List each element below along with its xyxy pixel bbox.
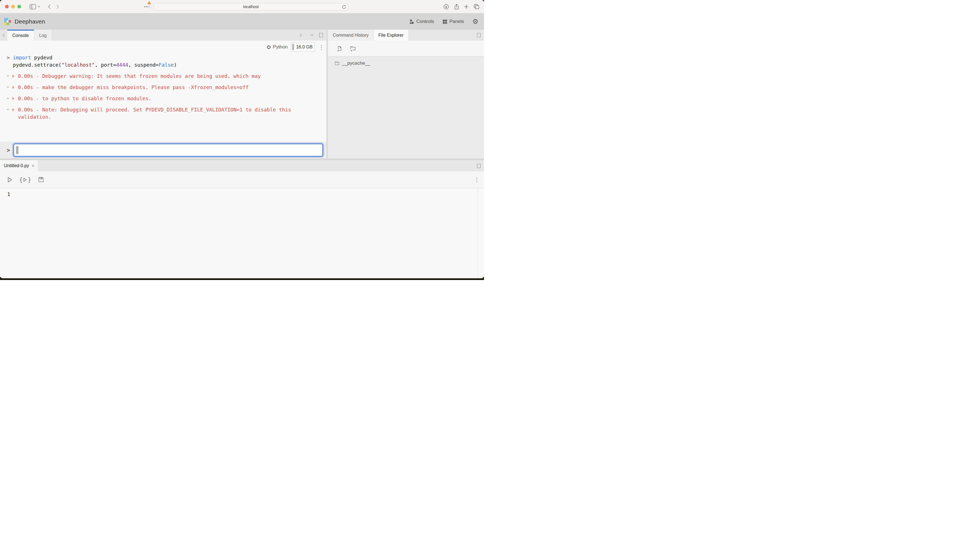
code-line: pydevd.settrace("localhost", port=4444, … [13,61,177,69]
close-tab-icon[interactable]: × [31,163,35,168]
editor-tabbar: Untitled-0.py × [0,160,484,171]
text-caret [149,5,150,8]
share-icon[interactable] [454,3,459,10]
session-controls: Python 16.0 GB ⋮ [267,43,324,51]
editor-scrollbar-rule [478,188,478,278]
settings-gear-icon[interactable]: ⚙ [472,18,478,25]
deephaven-logo-icon [4,18,12,25]
reload-icon[interactable] [342,5,346,9]
editor-overflow-menu-icon[interactable]: ⋮ [474,177,479,182]
file-tree-item[interactable]: __pycache__ [328,57,484,66]
tabs-scroll-right-icon[interactable] [297,33,304,37]
console-log-entry: 0.00s - Note: Debugging will proceed. Se… [7,106,326,121]
back-icon[interactable] [48,4,51,10]
editor-toolbar: { } ⋮ [0,171,484,188]
address-bar[interactable]: localhost [154,3,348,11]
collapse-dash-icon[interactable] [7,76,9,76]
console-history-entry: > import pydevd pydevd.settrace("localho… [7,54,326,69]
right-panel: Command History File Explorer [328,30,484,159]
run-selected-icon[interactable]: { } [19,176,31,183]
controls-button[interactable]: Controls [409,19,434,24]
more-options-icon[interactable] [144,6,148,7]
collapse-dash-icon[interactable] [7,98,9,99]
sidebar-toggle-icon[interactable] [30,4,36,10]
downloads-icon[interactable] [443,3,449,10]
expand-triangle-icon[interactable] [12,75,15,78]
close-window-button[interactable] [5,5,9,8]
console-log-entry: 0.00s - Debugger warning: It seems that … [7,73,326,80]
maximize-icon[interactable] [477,164,481,168]
log-warning-text: 0.00s - to python to disable frozen modu… [18,95,151,102]
line-number: 1 [0,188,484,197]
new-tab-icon[interactable] [464,4,469,9]
file-explorer-toolbar [328,41,484,56]
tab-command-history[interactable]: Command History [328,30,374,41]
run-icon[interactable] [7,177,12,183]
chevron-down-icon[interactable] [38,6,40,8]
tab-untitled-0[interactable]: Untitled-0.py × [0,160,38,171]
shapes-icon [409,19,414,24]
file-name: __pycache__ [342,60,370,66]
app-header: Deephaven Controls [0,13,484,30]
console-tabbar: Console Log [0,30,326,41]
session-status-icon [267,45,270,49]
console-log-entry: 0.00s - make the debugger miss breakpoin… [7,84,326,91]
zoom-window-button[interactable] [17,5,21,8]
log-warning-text: 0.00s - make the debugger miss breakpoin… [18,84,249,91]
forward-icon[interactable] [56,4,60,10]
desktop-background: localhost [0,0,484,280]
memory-usage-bar [292,44,294,50]
console-input-row: > [0,142,326,159]
code-editor[interactable]: 1 [0,188,484,278]
collapse-dash-icon[interactable] [7,87,9,87]
tab-log[interactable]: Log [34,30,52,41]
new-folder-icon[interactable] [349,44,357,53]
console-log-entry: 0.00s - to python to disable frozen modu… [7,95,326,102]
expand-triangle-icon[interactable] [12,108,15,111]
session-language: Python [273,44,288,50]
file-tree: __pycache__ [328,56,484,159]
save-icon[interactable] [38,177,44,182]
url-text: localhost [243,5,259,9]
memory-usage-widget: 16.0 GB [291,43,315,51]
tabs-scroll-left-icon[interactable] [0,30,7,41]
editor-tab-label: Untitled-0.py [4,163,29,168]
traffic-lights [5,5,21,8]
browser-window: localhost [0,0,484,278]
tab-file-explorer[interactable]: File Explorer [374,30,409,41]
expand-triangle-icon[interactable] [12,97,15,100]
memory-usage-value: 16.0 GB [294,45,315,50]
code-line: import pydevd [13,54,177,61]
maximize-icon[interactable] [477,33,481,37]
page-options [144,0,154,13]
right-tabbar: Command History File Explorer [328,30,484,41]
editor-panel: Untitled-0.py × { } [0,160,484,278]
folder-icon [335,61,340,65]
browser-chrome: localhost [0,0,484,13]
minimize-window-button[interactable] [11,5,15,8]
tabs-dropdown-icon[interactable] [308,34,315,36]
console-input[interactable] [13,144,323,157]
expand-triangle-icon[interactable] [12,86,15,89]
tab-console[interactable]: Console [7,30,34,41]
log-warning-text: 0.00s - Note: Debugging will proceed. Se… [18,106,320,121]
log-warning-text: 0.00s - Debugger warning: It seems that … [18,73,261,80]
console-panel: Console Log Python [0,30,326,159]
tab-overview-icon[interactable] [473,4,479,10]
warning-triangle-icon[interactable] [148,1,151,4]
console-output: Python 16.0 GB ⋮ > import pydevd pyd [0,41,326,142]
input-prompt: > [7,147,13,153]
history-prompt: > [7,54,13,69]
grid-icon [443,19,447,24]
panels-button[interactable]: Panels [443,19,464,24]
collapse-dash-icon[interactable] [7,109,9,110]
new-file-icon[interactable] [335,44,344,53]
app-title: Deephaven [15,18,45,25]
console-overflow-menu-icon[interactable]: ⋮ [319,45,324,50]
text-cursor [16,146,18,154]
maximize-icon[interactable] [319,33,323,37]
